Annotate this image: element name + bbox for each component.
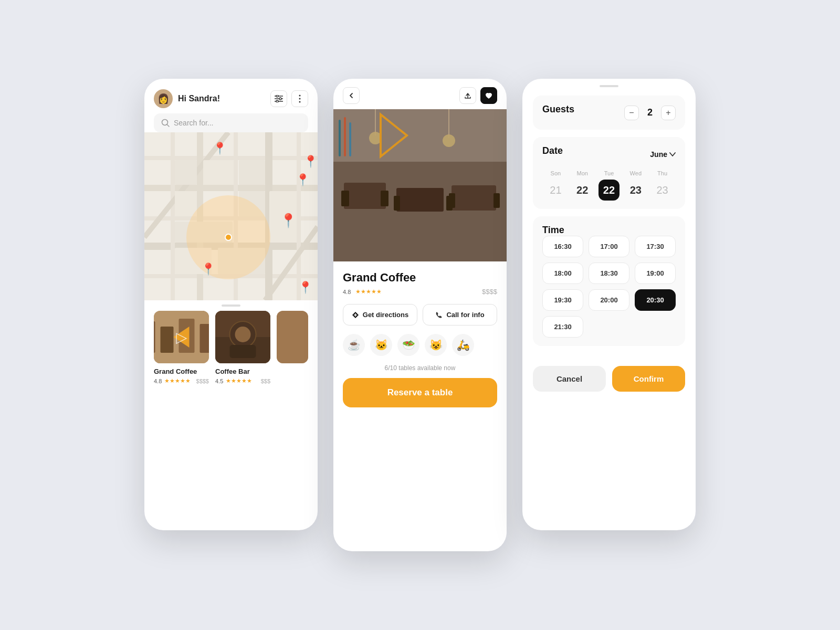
day-num-0: 21 xyxy=(545,180,566,201)
svg-rect-36 xyxy=(179,319,195,353)
svg-point-42 xyxy=(235,327,251,342)
scroll-dot xyxy=(222,304,240,307)
get-directions-button[interactable]: Get directions xyxy=(343,304,417,326)
month-selector[interactable]: June xyxy=(650,150,676,159)
decrease-guests-button[interactable]: − xyxy=(624,106,639,120)
price-2: $$$ xyxy=(261,378,270,384)
time-slot-2130[interactable]: 21:30 xyxy=(542,316,583,338)
day-name-0: Son xyxy=(542,170,569,176)
directions-icon xyxy=(352,311,359,319)
cal-day-0[interactable]: Son 21 xyxy=(542,170,569,201)
scroll-indicator xyxy=(144,300,318,311)
restaurant-card-3[interactable] xyxy=(277,311,308,384)
svg-rect-37 xyxy=(200,324,209,353)
back-button[interactable] xyxy=(343,87,360,104)
day-name-2: Tue xyxy=(596,170,623,176)
map-pin-5[interactable]: 📍 xyxy=(298,282,312,293)
card-rating-1: 4.8 ★★★★★ xyxy=(154,377,191,384)
emoji-cat2: 😺 xyxy=(425,334,447,356)
time-section: Time 16:30 17:00 17:30 18:00 18:30 19:00… xyxy=(533,216,685,346)
cal-day-2[interactable]: Tue 22 xyxy=(596,170,623,201)
search-icon xyxy=(161,119,170,127)
chevron-down-icon xyxy=(669,152,676,156)
time-grid: 16:30 17:00 17:30 18:00 18:30 19:00 19:3… xyxy=(542,236,676,338)
time-slot-1900[interactable]: 19:00 xyxy=(635,262,676,284)
time-slot-1630[interactable]: 16:30 xyxy=(542,236,583,257)
svg-rect-21 xyxy=(297,132,301,300)
map-pin-2[interactable]: 📍 xyxy=(303,156,318,167)
svg-rect-34 xyxy=(154,321,155,353)
time-slot-1930[interactable]: 19:30 xyxy=(542,289,583,311)
tables-info: 6/10 tables available now xyxy=(343,364,497,372)
guests-section: Guests − 2 + xyxy=(533,96,685,130)
cal-day-1[interactable]: Mon 22 xyxy=(569,170,596,201)
reserve-table-button[interactable]: Reserve a table xyxy=(343,378,497,407)
time-slot-2000[interactable]: 20:00 xyxy=(589,289,629,311)
detail-rating: 4.8 xyxy=(343,289,351,295)
stars-1: ★★★★★ xyxy=(164,377,191,384)
map-pin-3[interactable]: 📍 xyxy=(296,174,310,186)
svg-rect-12 xyxy=(144,156,318,160)
day-num-3: 23 xyxy=(625,180,646,201)
map-pin-selected[interactable]: 📍 xyxy=(280,214,297,227)
day-name-1: Mon xyxy=(569,170,596,176)
rating-value-1: 4.8 xyxy=(154,378,162,384)
search-placeholder: Search for... xyxy=(174,119,213,127)
share-button[interactable] xyxy=(459,87,476,104)
restaurant-cards: Grand Coffee 4.8 ★★★★★ $$$$ xyxy=(144,311,318,397)
phone-icon xyxy=(435,311,443,319)
detail-screen: Grand Coffee 4.8 ★★★★★ $$$$ Get directio… xyxy=(333,79,507,551)
category-emojis: ☕ 🐱 🥗 😺 🛵 xyxy=(343,334,497,356)
svg-point-6 xyxy=(299,95,301,97)
day-name-4: Thu xyxy=(649,170,676,176)
favorite-button[interactable] xyxy=(480,87,497,104)
detail-stars: ★★★★★ xyxy=(355,288,382,295)
time-slot-1730[interactable]: 17:30 xyxy=(635,236,676,257)
more-button[interactable] xyxy=(291,90,308,107)
filter-button[interactable] xyxy=(270,90,287,107)
svg-rect-65 xyxy=(333,109,507,261)
time-slot-1800[interactable]: 18:00 xyxy=(542,262,583,284)
cancel-button[interactable]: Cancel xyxy=(533,366,606,392)
svg-rect-44 xyxy=(277,311,308,363)
time-label: Time xyxy=(542,225,564,235)
guests-count: 2 xyxy=(647,107,653,118)
date-header: Date June xyxy=(542,145,676,163)
map-pin-1[interactable]: 📍 xyxy=(213,143,227,154)
increase-guests-button[interactable]: + xyxy=(661,106,676,120)
time-slot-1700[interactable]: 17:00 xyxy=(589,236,629,257)
detail-actions-header xyxy=(459,87,497,104)
greeting-text: Hi Sandra! xyxy=(178,94,220,103)
map-header: 👩 Hi Sandra! xyxy=(144,79,318,113)
day-name-3: Wed xyxy=(622,170,649,176)
time-slot-2030[interactable]: 20:30 xyxy=(635,289,676,311)
call-label: Call for info xyxy=(446,311,484,319)
booking-action-buttons: Cancel Confirm xyxy=(522,366,696,404)
booking-screen: Guests − 2 + Date June xyxy=(522,79,696,530)
cal-day-4[interactable]: Thu 23 xyxy=(649,170,676,201)
time-slot-1830[interactable]: 18:30 xyxy=(589,262,629,284)
rating-value-2: 4.5 xyxy=(215,378,223,384)
booking-content: Guests − 2 + Date June xyxy=(522,90,696,366)
search-bar[interactable]: Search for... xyxy=(154,113,308,132)
call-for-info-button[interactable]: Call for info xyxy=(423,304,497,326)
map-area[interactable]: 📍 📍 📍 📍 📍 📍 xyxy=(144,132,318,300)
card-name-1: Grand Coffee xyxy=(154,368,209,375)
restaurant-card-1[interactable]: Grand Coffee 4.8 ★★★★★ $$$$ xyxy=(154,311,209,384)
cal-day-3[interactable]: Wed 23 xyxy=(622,170,649,201)
notch-bar xyxy=(600,85,618,87)
month-value: June xyxy=(650,150,667,159)
confirm-button[interactable]: Confirm xyxy=(612,366,685,392)
card-meta-1: 4.8 ★★★★★ $$$$ xyxy=(154,377,209,384)
directions-label: Get directions xyxy=(363,311,408,319)
map-screen: 👩 Hi Sandra! xyxy=(144,79,318,530)
current-location-dot xyxy=(225,234,232,241)
map-pin-4[interactable]: 📍 xyxy=(201,264,215,275)
guests-row: Guests − 2 + xyxy=(542,104,676,121)
guests-counter: − 2 + xyxy=(624,106,676,120)
card-image-2 xyxy=(215,311,270,363)
restaurant-card-2[interactable]: Coffee Bar 4.5 ★★★★★ $$$ xyxy=(215,311,270,384)
svg-line-10 xyxy=(167,124,169,127)
emoji-salad: 🥗 xyxy=(397,334,419,356)
detail-price: $$$$ xyxy=(482,288,497,296)
